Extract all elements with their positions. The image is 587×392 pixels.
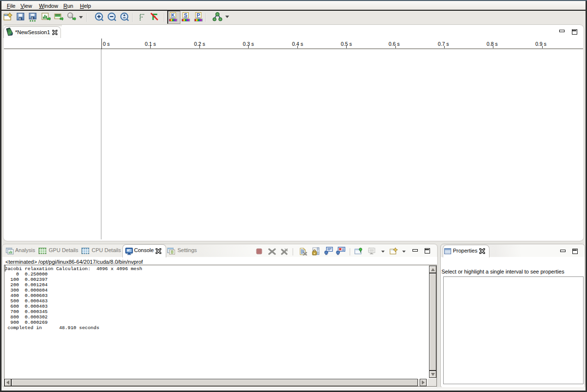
svg-text:K: K <box>171 12 175 18</box>
svg-text:P: P <box>196 12 200 18</box>
svg-text:S: S <box>184 12 187 18</box>
